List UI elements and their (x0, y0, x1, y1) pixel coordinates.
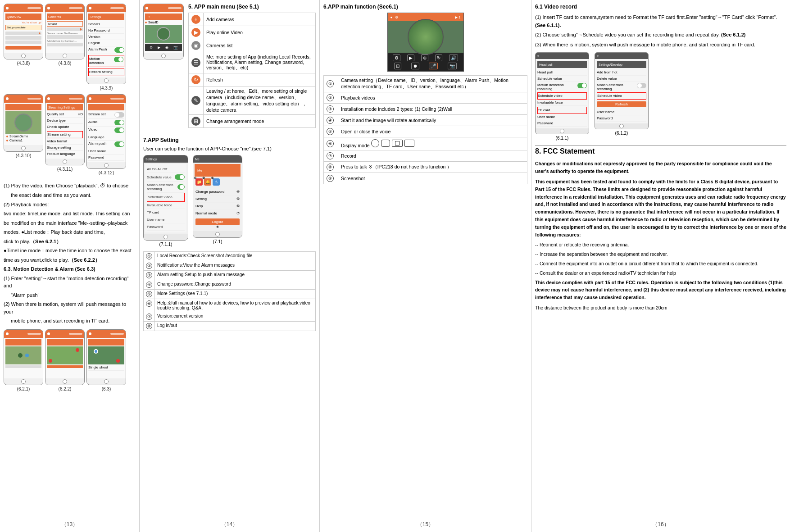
home-btn-4310[interactable] (21, 146, 26, 150)
fcc-dash-4: -- Consult the dealer or an experienced … (535, 269, 786, 277)
home-711[interactable] (163, 235, 168, 239)
ls1: SmallD (148, 21, 159, 24)
phone-pair-61: Head pull Head pull Schedule value Motio… (535, 52, 786, 141)
phone-51: + SmallD ⚙ ▶ ◉ 📷 (143, 4, 184, 133)
logout-btn-71[interactable]: Logout (195, 218, 240, 225)
icon-talk[interactable]: 🎤 (429, 63, 438, 69)
num-6: ⑥ (236, 204, 240, 208)
tog3-4312[interactable] (114, 127, 124, 133)
me-setting: Setting ⑤ (195, 196, 240, 203)
screen-title: QuadView (7, 15, 21, 18)
ph-621-home[interactable] (21, 379, 26, 384)
ph-612-bar: Settings/Develop (597, 61, 646, 68)
cam-screenshot-main: ● ⚙ ▶ 1 ⚙ ▶ ⊕ ↻ 🔊 (387, 13, 464, 72)
menu-text-play: Play online Video (204, 26, 316, 39)
home-btn-b[interactable] (63, 54, 67, 58)
home-71[interactable] (215, 232, 220, 236)
home-611[interactable] (560, 129, 564, 133)
me-normal-label: Normal mode (195, 211, 217, 215)
ld1 (145, 22, 147, 23)
vr-title: 6.1 Video record (535, 4, 786, 10)
add-cam-btn-51[interactable]: + (146, 14, 152, 19)
me-label-5-711: Invaluable force (147, 203, 172, 207)
func-row-5: ⑤ Open or close the voice (324, 126, 527, 137)
sl611-4: Schedule video (538, 94, 563, 98)
sv1: HD (77, 112, 83, 116)
phone-439-label: (4.3.9) (86, 86, 126, 91)
home-btn-c[interactable] (104, 78, 109, 83)
icon-screenshot[interactable]: 📷 (448, 63, 457, 69)
icon-voice[interactable]: 🔊 (449, 55, 458, 61)
menu-icon-refresh: ↻ (189, 73, 204, 86)
ph-622-footer (45, 378, 84, 385)
menu-text-arrange: Change arrangement mode (204, 115, 316, 128)
timeline-bar-2 (47, 365, 83, 368)
fcc-dash-1: -- Reorient or relocate the receiving an… (535, 241, 786, 249)
icon-install[interactable]: ⊕ (421, 55, 428, 61)
ph-51-body: + SmallD ⚙ ▶ ◉ 📷 (144, 12, 183, 53)
label-711: (7.1.1) (143, 242, 188, 247)
phone-439-body: Settings SmallD No Password Version Engl… (87, 12, 126, 77)
toggle-711-1[interactable] (175, 174, 185, 180)
ctrl-4: 📷 (173, 45, 178, 50)
ph-51-home[interactable] (161, 54, 166, 58)
disp-half (392, 140, 403, 147)
settings-title: Settings (90, 15, 101, 18)
cn-f8: ⑧ (327, 164, 334, 171)
tog611-1[interactable] (577, 83, 587, 88)
icon-record[interactable]: ⏺ (411, 63, 419, 69)
icon-settings[interactable]: ⚙ (393, 55, 400, 61)
ph-622-home[interactable] (63, 379, 67, 384)
section-divider (535, 145, 786, 146)
refresh-btn-612[interactable]: Refresh (597, 101, 646, 107)
cn-f3: ③ (327, 105, 334, 113)
icon-playback[interactable]: ▶ (407, 55, 414, 61)
menu-icon-arrange: ⊞ (189, 115, 204, 128)
alarm-icon: ⚠ (213, 178, 220, 186)
phone-71-wrapper: Me Me 📁 ① (193, 155, 242, 247)
icon-rotate[interactable]: ↻ (435, 55, 442, 61)
home-612[interactable] (619, 124, 624, 128)
n711-1: ① (144, 252, 155, 261)
sl5-4312: Alarm push (88, 141, 106, 147)
ph-71-body: Me 📁 ① 🔔 ② (193, 163, 242, 231)
home-btn-4312[interactable] (104, 163, 109, 168)
ph-71-footer (193, 231, 242, 237)
tog2-4312[interactable] (114, 120, 124, 125)
s-63-1: Single shoot (88, 364, 124, 371)
fcc-dash-3: -- Connect the equipment into an outlet … (535, 260, 786, 268)
cam-item-3 (47, 43, 83, 46)
phone-438b-header (45, 4, 84, 12)
ph-51-hdr (144, 4, 183, 12)
toggle-711-2[interactable] (177, 184, 185, 190)
func-row-3: ③ Installation mode includes 2 types: (1… (324, 104, 527, 115)
toggle-motion[interactable] (114, 57, 123, 62)
me-row-8-711: Password (147, 223, 185, 231)
icon-display[interactable]: ⊡ (394, 63, 401, 69)
tog5-4312[interactable] (114, 141, 124, 147)
ph-51-dot (145, 7, 148, 9)
cn-1: ① (146, 253, 152, 259)
setting-id: No Password (88, 27, 124, 34)
see-611: (See 6.1.1). (535, 23, 561, 28)
home-btn-4311[interactable] (63, 159, 67, 164)
sl7-4312: Password (88, 155, 104, 159)
phone-row-bottom: (6.2.1) (4, 329, 136, 391)
ph-612-hdr (595, 53, 648, 59)
dot-1 (6, 136, 8, 137)
ft-7: Record (338, 150, 527, 162)
home-btn[interactable] (21, 54, 26, 58)
menu-row-4: ☰ Me: more setting of App (including Loc… (189, 52, 316, 73)
s1-4311: Quality setHD (47, 111, 83, 118)
tb-p5: modes. ●List mode：Play back date and tim… (4, 228, 136, 236)
ft-8: Press to talk ※（IPC218 do not have this … (338, 162, 527, 173)
s1-4312: Stream set (88, 111, 124, 119)
toggle-alarm[interactable] (114, 47, 124, 53)
tog612-1[interactable] (637, 83, 646, 88)
disp-cylinder (381, 140, 390, 147)
t711-4: Change password:Change password (155, 280, 316, 290)
tog1-4312[interactable] (114, 112, 124, 118)
num-icon-3: ③ (211, 177, 213, 180)
ph-63-home[interactable] (104, 379, 109, 384)
fn-6: ⑥ (324, 137, 338, 150)
